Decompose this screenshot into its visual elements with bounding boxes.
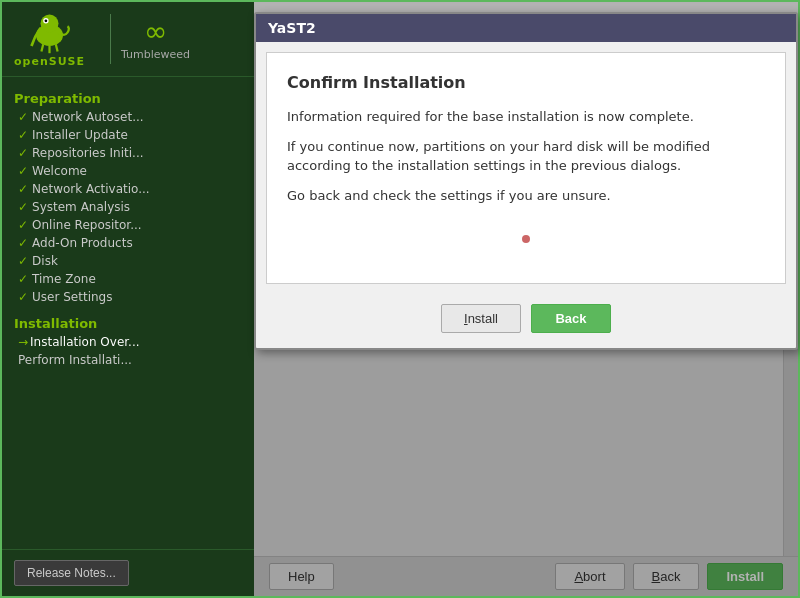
modal-body: Confirm Installation Information require… — [266, 52, 786, 284]
modal-title: YaST2 — [268, 20, 316, 36]
sidebar-item-installer-update[interactable]: ✓ Installer Update — [2, 126, 254, 144]
modal-back-button[interactable]: Back — [531, 304, 611, 333]
sidebar-item-installation-overview[interactable]: Installation Over... — [2, 333, 254, 351]
opensuse-logo: openSUSE — [14, 10, 85, 68]
sidebar-nav: Preparation ✓ Network Autoset... ✓ Insta… — [2, 77, 254, 549]
svg-point-3 — [45, 19, 48, 22]
opensuse-label: openSUSE — [14, 55, 85, 68]
logo-area: openSUSE ∞ Tumbleweed — [2, 2, 254, 77]
check-icon: ✓ — [18, 164, 28, 178]
sidebar-item-perform-installation[interactable]: Perform Installati... — [2, 351, 254, 369]
check-icon: ✓ — [18, 182, 28, 196]
installation-section-label: Installation — [2, 310, 254, 333]
sidebar-item-welcome[interactable]: ✓ Welcome — [2, 162, 254, 180]
modal-heading: Confirm Installation — [287, 73, 765, 92]
infinity-icon: ∞ — [144, 18, 167, 46]
modal-titlebar: YaST2 — [256, 14, 796, 42]
sidebar-bottom: Release Notes... — [2, 549, 254, 596]
sidebar-item-disk[interactable]: ✓ Disk — [2, 252, 254, 270]
app-window: openSUSE ∞ Tumbleweed Preparation ✓ Netw… — [0, 0, 800, 598]
sidebar-item-repositories[interactable]: ✓ Repositories Initi... — [2, 144, 254, 162]
sidebar-item-user-settings[interactable]: ✓ User Settings — [2, 288, 254, 306]
svg-point-1 — [41, 15, 59, 33]
modal-footer: Install Back — [256, 294, 796, 348]
modal-text-2: If you continue now, partitions on your … — [287, 137, 765, 176]
release-notes-button[interactable]: Release Notes... — [14, 560, 129, 586]
modal-text-1: Information required for the base instal… — [287, 107, 765, 127]
main-content: Installation Settings Click a headline t… — [254, 2, 798, 596]
confirm-installation-modal: YaST2 Confirm Installation Information r… — [254, 12, 798, 350]
check-icon: ✓ — [18, 272, 28, 286]
check-icon: ✓ — [18, 290, 28, 304]
sidebar-item-system-analysis[interactable]: ✓ System Analysis — [2, 198, 254, 216]
check-icon: ✓ — [18, 110, 28, 124]
check-icon: ✓ — [18, 146, 28, 160]
check-icon: ✓ — [18, 236, 28, 250]
modal-install-button[interactable]: Install — [441, 304, 521, 333]
check-icon: ✓ — [18, 218, 28, 232]
check-icon: ✓ — [18, 128, 28, 142]
loading-dot-icon — [522, 235, 530, 243]
preparation-section-label: Preparation — [2, 85, 254, 108]
sidebar-item-online-repository[interactable]: ✓ Online Repositor... — [2, 216, 254, 234]
tumbleweed-logo: ∞ Tumbleweed — [121, 18, 190, 61]
sidebar-item-addon-products[interactable]: ✓ Add-On Products — [2, 234, 254, 252]
logo-divider — [110, 14, 111, 64]
tumbleweed-label: Tumbleweed — [121, 48, 190, 61]
check-icon: ✓ — [18, 254, 28, 268]
check-icon: ✓ — [18, 200, 28, 214]
modal-loading-indicator — [287, 215, 765, 263]
modal-overlay: YaST2 Confirm Installation Information r… — [254, 2, 798, 596]
modal-text-3: Go back and check the settings if you ar… — [287, 186, 765, 206]
chameleon-icon — [27, 10, 72, 55]
sidebar-item-network-autoset[interactable]: ✓ Network Autoset... — [2, 108, 254, 126]
sidebar-item-time-zone[interactable]: ✓ Time Zone — [2, 270, 254, 288]
sidebar-item-network-activation[interactable]: ✓ Network Activatio... — [2, 180, 254, 198]
sidebar: openSUSE ∞ Tumbleweed Preparation ✓ Netw… — [2, 2, 254, 596]
